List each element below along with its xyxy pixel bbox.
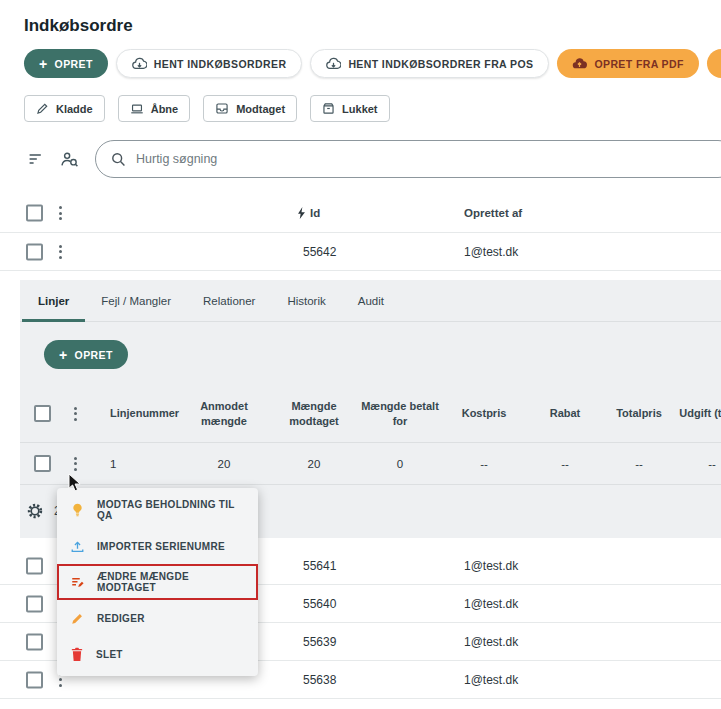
bulb-icon: [70, 502, 85, 518]
menu-item-label: SLET: [96, 649, 123, 660]
filter-chip-lukket[interactable]: Lukket: [310, 95, 389, 122]
chip-label: Modtaget: [236, 103, 285, 115]
trash-icon: [70, 647, 84, 662]
menu-item-modtag-qa[interactable]: MODTAG BEHOLDNING TIL QA: [57, 492, 258, 528]
menu-item-slet[interactable]: SLET: [57, 636, 258, 672]
col-maengde-betalt: Mængde betalt for: [360, 399, 440, 429]
row-created-by: 1@test.dk: [464, 559, 518, 573]
menu-item-label: ÆNDRE MÆNGDE MODTAGET: [97, 571, 245, 593]
col-udgift-total: Udgift (total): [676, 406, 721, 421]
col-anmodet-maengde: Anmodet mængde: [180, 399, 268, 429]
pencil-icon: [36, 102, 49, 115]
search-input[interactable]: [136, 152, 721, 166]
column-header-id[interactable]: Id: [297, 207, 320, 219]
menu-item-aendre-maengde-modtaget[interactable]: ÆNDRE MÆNGDE MODTAGET: [57, 564, 258, 600]
row-id: 55639: [303, 635, 336, 649]
fetch-orders-pos-label: HENT INDKØBSORDRER FRA POS: [348, 58, 533, 70]
filter-list-icon[interactable]: [28, 152, 44, 166]
menu-item-label: MODTAG BEHOLDNING TIL QA: [97, 499, 245, 521]
col-kostpris: Kostpris: [440, 406, 528, 421]
person-search-icon[interactable]: [60, 151, 79, 167]
row-kebab-icon[interactable]: [53, 241, 68, 263]
status-filter-row: Kladde Åbne Modtaget Lukket: [24, 95, 721, 122]
chip-label: Lukket: [342, 103, 377, 115]
tab-fejl-mangler[interactable]: Fejl / Mangler: [85, 280, 187, 321]
line-betalt: 0: [360, 458, 440, 470]
tab-relationer[interactable]: Relationer: [187, 280, 271, 321]
laptop-icon: [130, 103, 144, 115]
row-created-by: 1@test.dk: [464, 597, 518, 611]
line-context-menu: MODTAG BEHOLDNING TIL QA IMPORTER SERIEN…: [57, 488, 258, 676]
lines-header-kebab-icon[interactable]: [68, 403, 83, 425]
gear-icon[interactable]: [26, 502, 44, 520]
line-kebab-icon[interactable]: [68, 453, 83, 475]
menu-item-rediger[interactable]: REDIGER: [57, 600, 258, 636]
search-row: [28, 140, 721, 178]
row-checkbox[interactable]: [26, 557, 43, 574]
basket-button[interactable]: INDK: [707, 49, 721, 78]
upload-icon: [70, 539, 85, 554]
plus-icon: +: [59, 348, 68, 362]
col-maengde-modtaget: Mængde modtaget: [268, 399, 360, 429]
row-checkbox[interactable]: [26, 671, 43, 688]
chip-label: Kladde: [56, 103, 93, 115]
line-checkbox[interactable]: [34, 455, 51, 472]
box-icon: [322, 102, 335, 115]
column-header-id-label: Id: [310, 207, 320, 219]
menu-item-label: REDIGER: [97, 613, 145, 624]
filter-chip-aabne[interactable]: Åbne: [118, 95, 191, 122]
quick-search-box: [95, 140, 721, 178]
filter-chip-modtaget[interactable]: Modtaget: [203, 95, 297, 122]
select-all-checkbox[interactable]: [26, 205, 43, 222]
row-checkbox[interactable]: [26, 633, 43, 650]
menu-item-importer-serienumre[interactable]: IMPORTER SERIENUMRE: [57, 528, 258, 564]
fetch-orders-button[interactable]: HENT INDKØBSORDRER: [116, 49, 303, 78]
row-id: 55642: [303, 245, 336, 259]
chip-label: Åbne: [151, 103, 179, 115]
table-row[interactable]: 55642 1@test.dk: [0, 233, 721, 271]
line-udgift: --: [676, 458, 721, 470]
filter-chip-kladde[interactable]: Kladde: [24, 95, 105, 122]
bolt-icon: [297, 207, 306, 219]
create-line-button[interactable]: + OPRET: [44, 340, 128, 369]
create-line-label: OPRET: [75, 349, 113, 361]
pencil-icon: [70, 611, 85, 626]
page-title: Indkøbsordre: [24, 16, 721, 36]
column-header-created-by[interactable]: Oprettet af: [464, 207, 522, 219]
col-linjenummer: Linjenummer: [94, 406, 180, 421]
create-from-pdf-label: OPRET FRA PDF: [594, 58, 683, 70]
orders-table-header: Id Oprettet af: [0, 194, 721, 233]
edit-note-icon: [70, 575, 85, 590]
line-totalpris: --: [602, 458, 676, 470]
line-modtaget: 20: [268, 458, 360, 470]
tab-linjer[interactable]: Linjer: [22, 280, 85, 321]
header-kebab-icon[interactable]: [53, 202, 68, 224]
tab-audit[interactable]: Audit: [342, 280, 400, 321]
create-button[interactable]: + OPRET: [24, 49, 108, 78]
search-icon: [110, 151, 126, 167]
row-created-by: 1@test.dk: [464, 245, 518, 259]
create-from-pdf-button[interactable]: OPRET FRA PDF: [557, 49, 698, 78]
inbox-icon: [215, 102, 229, 115]
toolbar: + OPRET HENT INDKØBSORDRER HENT INDKØBSO…: [24, 49, 721, 78]
row-created-by: 1@test.dk: [464, 673, 518, 687]
lines-select-all-checkbox[interactable]: [34, 405, 51, 422]
tab-historik[interactable]: Historik: [271, 280, 341, 321]
cloud-upload-icon: [572, 57, 587, 70]
cloud-download-icon: [132, 57, 147, 70]
fetch-orders-pos-button[interactable]: HENT INDKØBSORDRER FRA POS: [310, 49, 549, 78]
row-checkbox[interactable]: [26, 243, 43, 260]
line-row[interactable]: 1 20 20 0 -- -- -- --: [20, 443, 721, 485]
lines-table-header: Linjenummer Anmodet mængde Mængde modtag…: [20, 385, 721, 443]
plus-icon: +: [39, 57, 48, 71]
row-checkbox[interactable]: [26, 595, 43, 612]
fetch-orders-label: HENT INDKØBSORDRER: [154, 58, 287, 70]
detail-tabs: Linjer Fejl / Mangler Relationer Histori…: [20, 280, 721, 322]
row-id: 55641: [303, 559, 336, 573]
create-button-label: OPRET: [55, 58, 93, 70]
row-created-by: 1@test.dk: [464, 635, 518, 649]
row-id: 55640: [303, 597, 336, 611]
line-rabat: --: [528, 458, 602, 470]
cloud-download-icon: [326, 57, 341, 70]
line-anmodet: 20: [180, 458, 268, 470]
